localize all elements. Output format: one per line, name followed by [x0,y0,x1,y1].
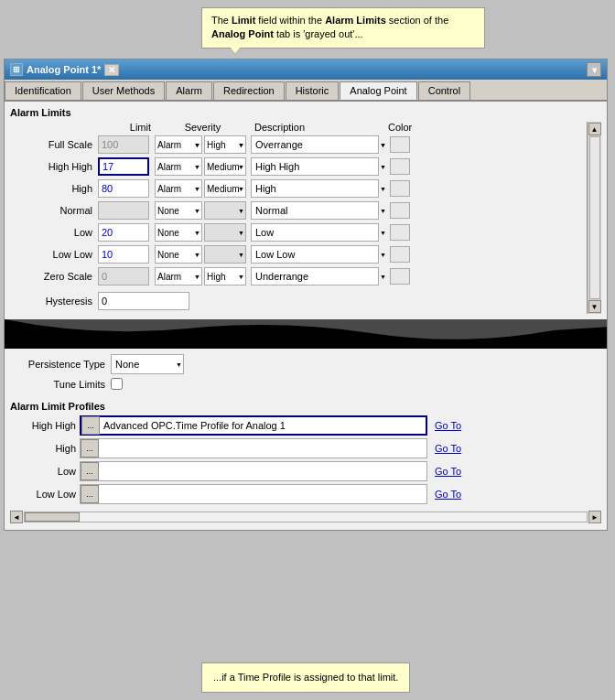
persistence-select-wrapper[interactable]: NoneTimeScans ▼ [111,354,184,374]
severity2-fullscale-wrapper[interactable]: High ▼ [204,135,246,154]
persistence-select[interactable]: NoneTimeScans [111,354,184,374]
severity1-low[interactable]: None [155,223,202,242]
goto-btn-lowlow[interactable]: Go To [429,489,467,500]
desc-low-wrapper[interactable]: Low ▼ [251,223,388,242]
persistence-section: Persistence Type NoneTimeScans ▼ Tune Li… [5,349,607,395]
desc-zeroscale[interactable]: Underrange [251,267,379,285]
severity-low: None ▼ ▼ [155,223,251,242]
tune-label: Tune Limits [10,379,111,390]
severity1-highhigh[interactable]: Alarm [155,157,202,176]
desc-zeroscale-wrapper[interactable]: Underrange ▼ [251,267,388,285]
severity1-lowlow[interactable]: None [155,245,202,264]
severity1-lowlow-wrapper[interactable]: None ▼ [155,245,202,264]
severity2-fullscale[interactable]: High [204,135,246,154]
profile-dots-btn-highhigh[interactable]: ... [81,416,100,435]
color-normal[interactable] [390,202,410,219]
tab-redirection[interactable]: Redirection [213,81,285,100]
severity1-fullscale-wrapper[interactable]: Alarm ▼ [155,135,202,154]
row-label-high: High [14,183,98,194]
severity2-normal-wrapper[interactable]: ▼ [204,201,246,220]
severity1-normal[interactable]: None [155,201,202,220]
severity2-highhigh[interactable]: Medium [204,157,246,176]
input-low[interactable] [98,223,149,242]
severity1-highhigh-wrapper[interactable]: Alarm ▼ [155,157,202,176]
severity2-high-wrapper[interactable]: Medium ▼ [204,179,246,198]
desc-normal[interactable]: Normal [251,201,379,220]
tab-alarm[interactable]: Alarm [166,81,212,100]
content-area: Alarm Limits Limit Severity Description … [5,102,607,319]
desc-fullscale-wrapper[interactable]: Overrange ▼ [251,135,388,154]
profiles-section: Alarm Limit Profiles High High ... Advan… [5,395,607,530]
desc-highhigh[interactable]: High High [251,157,379,176]
color-highhigh[interactable] [390,158,410,175]
tab-identification[interactable]: Identification [5,81,81,100]
color-lowlow[interactable] [390,246,410,263]
window-close-x[interactable]: ✕ [104,64,119,76]
severity2-lowlow-wrapper[interactable]: ▼ [204,245,246,264]
scroll-up-btn[interactable]: ▲ [588,123,601,135]
desc-high[interactable]: High [251,179,379,198]
hscroll-thumb[interactable] [25,512,80,522]
desc-lowlow-wrapper[interactable]: Low Low ▼ [251,245,388,264]
input-lowlow[interactable] [98,245,149,264]
tab-user-methods[interactable]: User Methods [82,81,165,100]
profile-dots-btn-high[interactable]: ... [81,439,99,458]
desc-fullscale[interactable]: Overrange [251,135,379,154]
goto-btn-highhigh[interactable]: Go To [429,420,467,431]
severity2-highhigh-wrapper[interactable]: Medium ▼ [204,157,246,176]
profile-row-highhigh: High High ... Advanced OPC.Time Profile … [10,415,601,436]
severity1-zeroscale[interactable]: Alarm [155,267,202,285]
profile-dots-btn-low[interactable]: ... [81,462,99,480]
severity1-fullscale[interactable]: Alarm [155,135,202,154]
severity1-high[interactable]: Alarm [155,179,202,198]
hscroll-track [24,512,588,522]
severity1-high-wrapper[interactable]: Alarm ▼ [155,179,202,198]
color-zeroscale[interactable] [390,268,410,285]
severity-zeroscale: Alarm ▼ High ▼ [155,267,251,285]
tab-analog-point[interactable]: Analog Point [340,81,416,100]
severity2-low-wrapper[interactable]: ▼ [204,223,246,242]
hysteresis-input[interactable] [98,292,189,310]
table-row: Full Scale Alarm ▼ High ▼ Overrange [10,135,587,155]
severity1-normal-wrapper[interactable]: None ▼ [155,201,202,220]
desc-low[interactable]: Low [251,223,379,242]
input-high[interactable] [98,179,149,198]
title-bar: ⊞ Analog Point 1* ✕ ▾ [5,59,607,80]
scroll-track [589,136,600,299]
row-label-zeroscale: Zero Scale [14,271,98,282]
scroll-down-btn[interactable]: ▼ [588,300,601,313]
tune-checkbox[interactable] [111,378,123,390]
input-normal [98,201,149,220]
input-highhigh[interactable] [98,157,149,176]
severity1-zeroscale-wrapper[interactable]: Alarm ▼ [155,267,202,285]
desc-lowlow[interactable]: Low Low [251,245,379,264]
table-row: High Alarm ▼ Medium ▼ High [10,178,587,199]
table-row: Low Low None ▼ ▼ Low Low [10,244,587,264]
desc-normal-wrapper[interactable]: Normal ▼ [251,201,388,220]
severity2-zeroscale[interactable]: High [204,267,246,285]
severity1-low-wrapper[interactable]: None ▼ [155,223,202,242]
goto-btn-high[interactable]: Go To [429,443,467,454]
tune-row: Tune Limits [10,378,601,390]
hscroll-left-btn[interactable]: ◄ [10,511,23,523]
desc-high-wrapper[interactable]: High ▼ [251,179,388,198]
tab-control[interactable]: Control [418,81,470,100]
goto-btn-low[interactable]: Go To [429,466,467,477]
hscroll-right-btn[interactable]: ► [588,511,601,523]
table-row: Low None ▼ ▼ Low ▼ [10,222,587,242]
dropdown-btn[interactable]: ▾ [587,62,601,77]
window-icon: ⊞ [10,63,23,76]
severity2-high[interactable]: Medium [204,179,246,198]
color-low[interactable] [390,224,410,241]
desc-highhigh-wrapper[interactable]: High High ▼ [251,157,388,176]
severity2-zeroscale-wrapper[interactable]: High ▼ [204,267,246,285]
vertical-scrollbar[interactable]: ▲ ▼ [587,122,601,314]
input-fullscale [98,135,149,154]
tab-historic[interactable]: Historic [286,81,340,100]
horizontal-scrollbar[interactable]: ◄ ► [10,510,601,524]
persistence-row: Persistence Type NoneTimeScans ▼ [10,354,601,374]
color-fullscale[interactable] [390,136,410,153]
profile-dots-btn-lowlow[interactable]: ... [81,485,99,503]
color-high[interactable] [390,180,410,197]
table-row: Zero Scale Alarm ▼ High ▼ Underrange [10,266,587,286]
